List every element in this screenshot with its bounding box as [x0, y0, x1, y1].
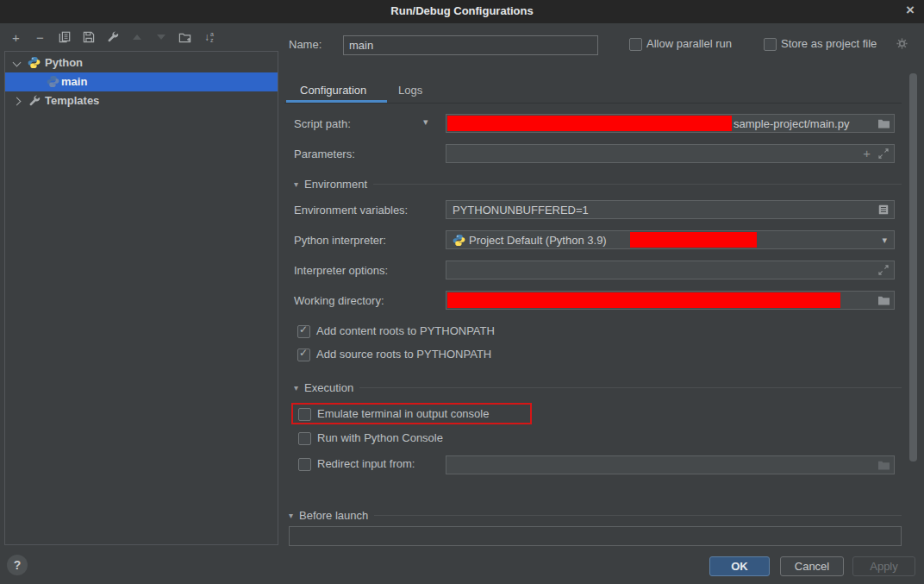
allow-parallel-run-label: Allow parallel run: [646, 37, 732, 50]
browse-variables-icon[interactable]: [877, 204, 890, 216]
chevron-down-icon[interactable]: ▾: [882, 235, 887, 246]
emulate-terminal-label: Emulate terminal in output console: [317, 407, 489, 420]
python-icon: [453, 234, 465, 247]
dialog-title: Run/Debug Configurations: [0, 4, 924, 17]
script-path-field[interactable]: sample-project/main.py: [446, 114, 895, 133]
edit-templates-button[interactable]: [105, 30, 120, 45]
environment-variables-value: PYTHONUNBUFFERED=1: [453, 204, 589, 217]
tree-item-python[interactable]: Python: [5, 53, 278, 72]
close-icon[interactable]: ×: [906, 2, 915, 19]
script-path-value: sample-project/main.py: [734, 117, 849, 130]
configurations-toolbar: + − ↓ az: [9, 28, 216, 46]
tab-configuration[interactable]: Configuration: [300, 84, 366, 97]
environment-variables-field[interactable]: PYTHONUNBUFFERED=1: [446, 200, 895, 219]
run-debug-configurations-dialog: Run/Debug Configurations × + − ↓ az Pyth…: [0, 0, 924, 584]
parameters-label: Parameters:: [294, 148, 355, 160]
python-icon: [28, 56, 41, 69]
section-collapse-icon[interactable]: ▾: [289, 512, 293, 520]
python-interpreter-value: Project Default (Python 3.9): [469, 234, 607, 247]
sort-configurations-button[interactable]: ↓ az: [202, 30, 216, 45]
redaction-bar: [630, 232, 757, 248]
copy-icon: [59, 31, 71, 43]
chevron-down-icon[interactable]: [13, 59, 22, 67]
add-content-roots-checkbox[interactable]: [297, 325, 310, 338]
section-collapse-icon[interactable]: ▾: [294, 384, 298, 392]
expand-field-icon[interactable]: [878, 148, 889, 159]
chevron-right-icon[interactable]: [13, 97, 22, 106]
add-macro-icon[interactable]: +: [863, 146, 871, 160]
expand-field-icon[interactable]: [878, 265, 889, 275]
section-title: Execution: [304, 381, 353, 394]
folder-icon[interactable]: [877, 460, 890, 471]
redaction-bar: [447, 292, 840, 308]
active-tab-underline: [286, 100, 387, 103]
tree-item-templates[interactable]: Templates: [5, 91, 278, 110]
move-down-button[interactable]: [153, 30, 168, 45]
wrench-icon: [107, 31, 119, 43]
run-with-python-console-checkbox[interactable]: [298, 432, 311, 445]
section-divider: [359, 387, 902, 388]
new-folder-icon: [178, 31, 191, 44]
remove-configuration-button[interactable]: −: [33, 30, 47, 45]
add-source-roots-label: Add source roots to PYTHONPATH: [316, 348, 491, 361]
before-launch-task-list[interactable]: [289, 526, 902, 546]
name-label: Name:: [289, 38, 322, 51]
section-divider: [374, 515, 902, 516]
tab-separator: [284, 103, 902, 104]
move-up-button[interactable]: [129, 30, 144, 45]
copy-configuration-button[interactable]: [57, 30, 72, 45]
python-interpreter-combo[interactable]: Project Default (Python 3.9) ▾: [446, 230, 895, 249]
tree-item-label: Templates: [45, 94, 99, 107]
interpreter-options-field[interactable]: [446, 261, 895, 279]
help-button[interactable]: ?: [7, 555, 28, 575]
tree-item-label: main: [61, 75, 87, 88]
execution-section-header[interactable]: ▾ Execution: [294, 381, 902, 394]
allow-parallel-run-checkbox[interactable]: [629, 38, 642, 51]
configurations-tree: Python main Templates: [4, 51, 278, 545]
folder-icon[interactable]: [877, 118, 890, 129]
environment-variables-label: Environment variables:: [294, 204, 408, 217]
question-mark-icon: ?: [14, 558, 22, 572]
script-path-label: Script path:: [294, 117, 351, 130]
emulate-terminal-checkbox[interactable]: [298, 408, 311, 421]
redaction-bar: [447, 116, 732, 131]
working-directory-label: Working directory:: [294, 294, 384, 307]
sort-arrow-icon: ↓: [204, 31, 209, 43]
tree-item-label: Python: [45, 56, 83, 69]
title-bar: Run/Debug Configurations ×: [0, 0, 924, 23]
plus-icon: +: [12, 30, 20, 45]
tree-item-main[interactable]: main: [5, 72, 278, 91]
arrow-up-icon: [133, 35, 141, 40]
section-title: Environment: [304, 178, 367, 191]
chevron-down-icon[interactable]: ▾: [423, 116, 428, 128]
save-configuration-button[interactable]: [81, 30, 96, 45]
apply-button[interactable]: Apply: [852, 556, 915, 576]
add-source-roots-checkbox[interactable]: [297, 349, 310, 361]
redirect-input-checkbox[interactable]: [298, 458, 311, 471]
section-divider: [373, 184, 902, 185]
folder-icon[interactable]: [877, 295, 890, 306]
gear-icon[interactable]: [896, 37, 908, 50]
wrench-icon: [28, 95, 41, 107]
add-configuration-button[interactable]: +: [9, 30, 23, 45]
save-icon: [83, 31, 95, 43]
sort-az-icon: az: [210, 31, 214, 43]
environment-section-header[interactable]: ▾ Environment: [294, 178, 902, 191]
minus-icon: −: [36, 30, 44, 45]
redirect-input-label: Redirect input from:: [317, 457, 415, 470]
store-as-project-file-checkbox[interactable]: [764, 38, 777, 51]
tab-logs[interactable]: Logs: [398, 84, 422, 97]
create-folder-button[interactable]: [178, 30, 192, 45]
ok-button[interactable]: OK: [709, 556, 770, 576]
run-with-python-console-label: Run with Python Console: [317, 431, 443, 444]
before-launch-section-header[interactable]: ▾ Before launch: [289, 509, 902, 522]
python-icon: [47, 75, 59, 88]
parameters-field[interactable]: +: [446, 144, 895, 163]
section-collapse-icon[interactable]: ▾: [294, 180, 298, 189]
cancel-button[interactable]: Cancel: [780, 556, 844, 576]
working-directory-field[interactable]: [446, 291, 895, 310]
redirect-input-field[interactable]: [446, 455, 895, 474]
arrow-down-icon: [157, 35, 165, 40]
name-input[interactable]: [343, 35, 598, 55]
vertical-scrollbar-thumb[interactable]: [909, 73, 917, 462]
